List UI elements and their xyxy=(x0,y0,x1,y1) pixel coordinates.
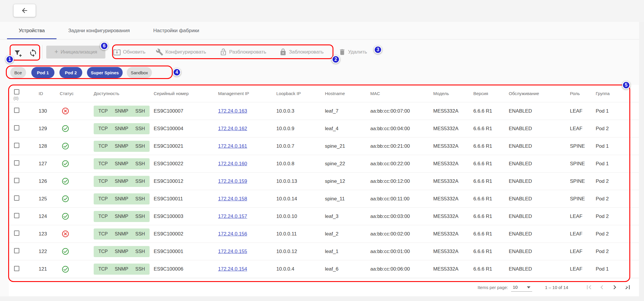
delete-label: Удалить xyxy=(348,49,367,55)
tab-fabric-settings[interactable]: Настройки фабрики xyxy=(141,22,211,39)
cell-model: MES5332A xyxy=(433,161,473,167)
row-checkbox[interactable] xyxy=(14,231,19,236)
cell-role: LEAF xyxy=(570,249,596,254)
filter-chip-pod-1[interactable]: Pod 1 xyxy=(31,67,54,78)
back-button[interactable] xyxy=(13,4,36,17)
status-cell xyxy=(60,265,88,273)
filter-chip-super-spines[interactable]: Super Spines xyxy=(87,67,123,78)
cell-version: 6.6.6 R1 xyxy=(473,143,509,149)
management-ip-link[interactable]: 172.24.0.158 xyxy=(218,196,247,202)
cell-model: MES5332A xyxy=(433,266,473,272)
cell-role: LEAF xyxy=(570,126,596,132)
availability-item: SSH xyxy=(135,196,145,202)
management-ip-link[interactable]: 172.24.0.162 xyxy=(218,126,247,131)
management-ip-link[interactable]: 172.24.0.159 xyxy=(218,178,247,184)
cell-version: 6.6.6 R1 xyxy=(473,108,509,114)
row-checkbox[interactable] xyxy=(14,195,19,201)
availability-item: SSH xyxy=(135,231,145,237)
row-checkbox[interactable] xyxy=(14,248,19,253)
init-button-label: Инициализация xyxy=(61,49,97,55)
management-ip-link[interactable]: 172.24.0.163 xyxy=(218,108,247,114)
filter-add-button[interactable] xyxy=(13,48,23,58)
status-cell xyxy=(60,142,88,150)
table-row: 125 TCPSNMPSSH ES9C100011 172.24.0.158 1… xyxy=(9,190,639,208)
row-checkbox[interactable] xyxy=(14,160,19,166)
cell-management-ip: 172.24.0.163 xyxy=(218,108,276,114)
lock-button[interactable]: Заблокировать xyxy=(279,48,324,56)
select-all-checkbox[interactable] xyxy=(14,89,19,94)
management-ip-link[interactable]: 172.24.0.160 xyxy=(218,161,247,166)
cell-hostname: leaf_3 xyxy=(325,214,370,219)
availability-item: TCP xyxy=(98,109,108,114)
availability-item: SNMP xyxy=(115,231,128,237)
row-checkbox[interactable] xyxy=(14,266,19,271)
management-ip-link[interactable]: 172.24.0.156 xyxy=(218,231,247,237)
tab-config-tasks[interactable]: Задачи конфигурирования xyxy=(56,22,142,39)
init-button[interactable]: + Инициализация xyxy=(46,46,105,59)
cell-version: 6.6.6 R1 xyxy=(473,161,509,167)
row-checkbox-cell xyxy=(13,266,36,273)
tab-bar: Устройства Задачи конфигурирования Настр… xyxy=(0,22,639,39)
cell-hostname: leaf_2 xyxy=(325,231,370,237)
cell-group: Pod 2 xyxy=(596,231,639,237)
cell-role: SPINE xyxy=(570,161,596,167)
cell-serial-number: ES9C100006 xyxy=(154,266,218,272)
first-page-button[interactable] xyxy=(585,283,593,292)
unlock-button[interactable]: Разблокировать xyxy=(220,48,266,56)
delete-button[interactable]: Удалить xyxy=(338,48,367,56)
cell-loopback-ip: 10.0.0.7 xyxy=(276,143,325,149)
previous-page-button[interactable] xyxy=(597,283,606,292)
availability-cell: TCPSNMPSSH xyxy=(88,123,154,134)
refresh-button[interactable] xyxy=(28,48,38,58)
filter-chip-sandbox[interactable]: Sandbox xyxy=(127,67,152,78)
management-ip-link[interactable]: 172.24.0.161 xyxy=(218,143,247,149)
update-button[interactable]: Обновить xyxy=(113,48,145,56)
column-version: Версия xyxy=(473,91,509,96)
availability-cell: TCPSNMPSSH xyxy=(88,193,154,204)
table-row: 123 TCPSNMPSSH ES9C100002 172.24.0.156 1… xyxy=(9,225,639,243)
cell-id: 129 xyxy=(36,126,60,132)
cell-loopback-ip: 10.0.0.4 xyxy=(276,266,325,272)
availability-cell: TCPSNMPSSH xyxy=(88,264,154,275)
wrench-icon xyxy=(156,48,163,56)
cell-mac: aa:bb:cc:00:22:00 xyxy=(370,161,433,167)
availability-item: SNMP xyxy=(115,249,128,254)
row-checkbox[interactable] xyxy=(14,213,19,218)
availability-item: SNMP xyxy=(115,161,128,166)
row-checkbox[interactable] xyxy=(14,125,19,130)
tab-devices[interactable]: Устройства xyxy=(7,22,56,39)
configure-button[interactable]: Конфигурировать xyxy=(156,48,206,56)
row-checkbox-cell xyxy=(13,195,36,202)
status-ok-icon xyxy=(61,265,69,273)
column-availability: Доступность xyxy=(88,91,154,96)
filter-chip-pod-2[interactable]: Pod 2 xyxy=(59,67,82,78)
cell-group: Pod 2 xyxy=(596,249,639,254)
availability-cell: TCPSNMPSSH xyxy=(88,158,154,169)
management-ip-link[interactable]: 172.24.0.154 xyxy=(218,266,247,272)
lock-label: Заблокировать xyxy=(289,49,324,55)
management-ip-link[interactable]: 172.24.0.157 xyxy=(218,214,247,219)
selected-count: (0) xyxy=(13,96,18,101)
next-page-button[interactable] xyxy=(610,283,619,292)
table-row: 126 TCPSNMPSSH ES9C100012 172.24.0.159 1… xyxy=(9,173,639,190)
row-checkbox[interactable] xyxy=(14,143,19,148)
row-checkbox[interactable] xyxy=(14,108,19,113)
cell-maintenance: ENABLED xyxy=(509,161,570,167)
availability-item: SNMP xyxy=(115,196,128,202)
download-icon xyxy=(113,48,121,56)
cell-loopback-ip: 10.0.0.12 xyxy=(276,249,325,254)
cell-maintenance: ENABLED xyxy=(509,266,570,272)
status-cell xyxy=(60,230,88,238)
last-page-button[interactable] xyxy=(623,283,632,292)
filter-chip-все[interactable]: Все xyxy=(10,67,26,78)
items-per-page-label: Items per page: xyxy=(478,285,508,290)
row-checkbox[interactable] xyxy=(14,178,19,183)
management-ip-link[interactable]: 172.24.0.155 xyxy=(218,249,247,254)
unlock-icon xyxy=(220,48,227,56)
availability-badges: TCPSNMPSSH xyxy=(94,246,150,257)
cell-hostname: leaf_4 xyxy=(325,126,370,132)
availability-badges: TCPSNMPSSH xyxy=(94,158,150,169)
unlock-label: Разблокировать xyxy=(229,49,266,55)
page-size-select[interactable]: 10 xyxy=(511,283,532,292)
column-maintenance: Обслуживание xyxy=(509,91,570,96)
